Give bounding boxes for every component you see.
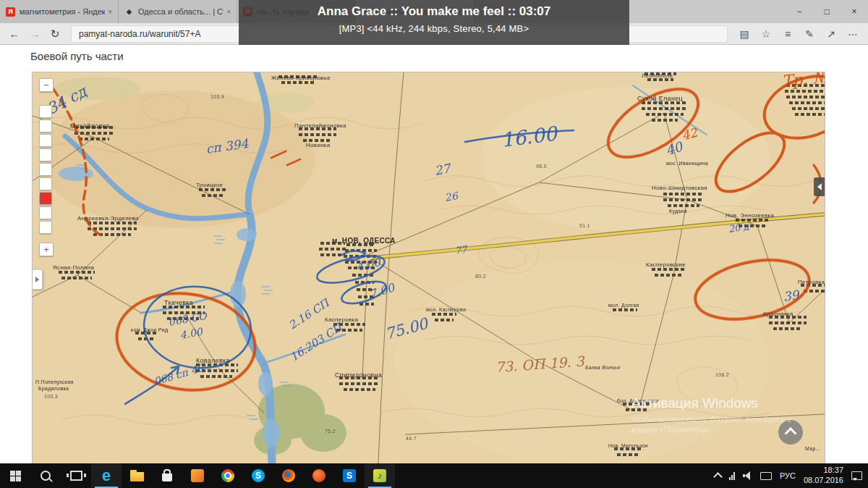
media-player-osd: Anna Grace :: You make me feel :: 03:07 … [239,0,629,45]
date-text: 08.07.2016 [804,476,843,486]
zoom-level[interactable] [39,119,52,132]
time-text: 18:37 [823,466,843,476]
edge-button[interactable]: e [91,463,122,488]
scroll-to-top-button[interactable] [778,420,803,445]
zoom-level-current[interactable] [39,192,52,205]
app-orange-button[interactable] [182,463,213,488]
tray-expand-icon[interactable] [713,472,723,481]
app-red-icon [312,469,326,482]
aimp-icon: ♪ [373,469,386,482]
web-page: Боевой путь части [0,45,868,463]
zoom-level[interactable] [39,177,52,190]
refresh-button[interactable]: ↻ [45,28,65,41]
window-controls: − □ × [786,0,868,23]
search-icon [41,471,51,481]
skype-icon: S [252,469,265,482]
tab-favicon: Я [6,7,15,17]
language-indicator[interactable]: РУС [780,471,796,480]
map-image[interactable] [33,72,825,463]
store-icon [162,474,172,481]
skype-business-icon: S [343,469,356,482]
zoom-slider[interactable] [39,105,55,234]
store-button[interactable] [152,463,182,488]
tab-title: магнитометрия - Яндекс: [20,7,105,16]
zoom-level[interactable] [39,105,52,118]
desktop-screen: Ямагнитометрия - Яндекс:×◆Одесса и облас… [0,0,868,488]
maximize-button[interactable]: □ [813,0,841,23]
firefox-button[interactable] [273,463,304,488]
start-icon [10,471,21,481]
forward-button[interactable]: → [25,28,45,40]
taskbar: eSS♪ РУС 18:37 08.07.2016 [0,463,868,488]
clock[interactable]: 18:37 08.07.2016 [804,466,843,486]
skype-button[interactable]: S [243,463,273,488]
url-text: pamyat-naroda.ru/warunit/57+A [79,29,200,39]
more-options-icon[interactable]: ⋯ [842,28,864,40]
browser-tab-2[interactable]: ◆Одесса и область... | Стран× [119,0,237,23]
back-button[interactable]: ← [4,28,25,40]
map-widget[interactable]: 34 сдсп 39416.0027264042Тр. №4.007.0075.… [33,72,825,463]
hub-icon[interactable]: ≡ [777,28,799,40]
zoom-level[interactable] [39,134,52,147]
browser-tab-1[interactable]: Ямагнитометрия - Яндекс:× [0,0,119,23]
start-button[interactable] [0,463,30,488]
map-pan-right-button[interactable] [814,177,825,196]
map-zoom-control: − + [39,78,55,256]
close-window-button[interactable]: × [841,0,868,23]
tab-title: Одесса и область... | Стран [138,7,224,16]
file-explorer-button[interactable] [122,463,152,488]
search-button[interactable] [30,463,61,488]
zoom-level[interactable] [39,221,52,234]
app-red-button[interactable] [304,463,334,488]
zoom-in-button[interactable]: + [39,243,54,256]
minimize-button[interactable]: − [786,0,813,23]
volume-icon[interactable] [743,471,752,480]
chevron-left-icon [817,183,822,190]
action-center-icon[interactable] [851,471,862,480]
edge-icon: e [102,468,111,484]
sidebar-expander-button[interactable] [33,269,43,290]
zoom-level[interactable] [39,163,52,176]
web-note-icon[interactable]: ✎ [799,28,820,40]
chrome-button[interactable] [213,463,243,488]
taskbar-apps: eSS♪ [0,463,395,488]
tab-favicon: ◆ [124,7,134,17]
chrome-icon [221,469,234,482]
tab-close-icon[interactable]: × [108,8,112,16]
aimp-button[interactable]: ♪ [365,463,395,488]
chevron-up-icon [785,427,797,439]
share-icon[interactable]: ↗ [820,28,842,40]
favorites-star-icon[interactable]: ☆ [755,28,777,40]
file-explorer-icon [130,472,144,481]
task-view-button[interactable] [61,463,91,488]
skype-business-button[interactable]: S [334,463,365,488]
zoom-level[interactable] [39,206,52,219]
reading-view-icon[interactable]: ▤ [733,28,755,40]
app-orange-icon [191,469,204,482]
firefox-icon [282,469,295,482]
zoom-out-button[interactable]: − [39,78,54,92]
track-title: Anna Grace :: You make me feel :: 03:07 [239,4,629,19]
system-tray: РУС 18:37 08.07.2016 [715,463,868,488]
keyboard-icon[interactable] [760,472,772,480]
network-icon[interactable] [729,472,735,480]
zoom-level[interactable] [39,148,52,161]
tab-close-icon[interactable]: × [226,8,231,16]
chevron-right-icon [35,277,39,282]
page-title: Боевой путь части [30,50,124,62]
track-details: [MP3] <44 kHz, 244 kbps, Stereo, 5,44 MB… [239,23,629,34]
task-view-icon [70,471,82,481]
